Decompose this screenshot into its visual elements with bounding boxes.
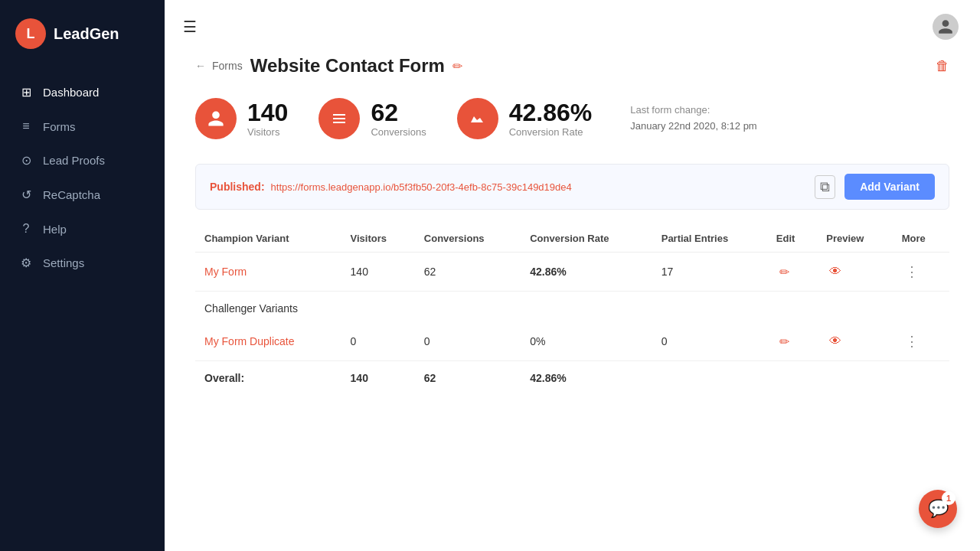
sidebar-item-lead-proofs[interactable]: ⊙ Lead Proofs bbox=[0, 143, 165, 178]
conversions-value: 62 bbox=[371, 99, 426, 126]
rate-icon bbox=[457, 98, 498, 139]
visitors-value: 140 bbox=[247, 99, 288, 126]
conversions-data: 62 Conversions bbox=[371, 99, 426, 138]
champion-link[interactable]: My Form bbox=[204, 266, 247, 278]
table-row: My Form Duplicate 0 0 0% 0 ✏ 👁 ⋮ bbox=[195, 322, 949, 361]
sidebar-item-settings[interactable]: ⚙ Settings bbox=[0, 246, 165, 280]
edit-title-icon[interactable]: ✏ bbox=[452, 59, 462, 73]
overall-row: Overall: 140 62 42.86% bbox=[195, 361, 949, 396]
challenger-section-row: Challenger Variants bbox=[195, 292, 949, 323]
col-more: More bbox=[893, 225, 949, 253]
sidebar-item-dashboard[interactable]: ⊞ Dashboard bbox=[0, 75, 165, 109]
stats-row: 140 Visitors 62 Conversions 42.86% bbox=[195, 98, 949, 139]
challenger-rate: 0% bbox=[521, 322, 652, 361]
topbar: ☰ bbox=[165, 0, 980, 47]
chat-badge: 1 bbox=[942, 491, 956, 505]
challenger-link[interactable]: My Form Duplicate bbox=[204, 335, 294, 347]
col-conversion-rate: Conversion Rate bbox=[521, 225, 652, 253]
rate-label: Conversion Rate bbox=[509, 126, 593, 138]
back-arrow[interactable]: ← bbox=[195, 60, 206, 72]
overall-visitors: 140 bbox=[341, 361, 415, 396]
rate-data: 42.86% Conversion Rate bbox=[509, 99, 593, 138]
challenger-more: ⋮ bbox=[893, 322, 949, 361]
challenger-visitors: 0 bbox=[341, 322, 415, 361]
col-partial-entries: Partial Entries bbox=[652, 225, 767, 253]
recaptcha-icon: ↺ bbox=[18, 187, 34, 202]
published-right: ⧉ Add Variant bbox=[815, 174, 935, 200]
user-avatar[interactable] bbox=[933, 14, 959, 40]
add-variant-button[interactable]: Add Variant bbox=[844, 174, 935, 200]
published-url[interactable]: https://forms.leadgenapp.io/b5f3fb50-20f… bbox=[271, 181, 572, 193]
delete-icon[interactable]: 🗑 bbox=[936, 58, 949, 74]
col-preview: Preview bbox=[817, 225, 893, 253]
champion-rate: 42.86% bbox=[521, 253, 652, 292]
visitors-icon bbox=[195, 98, 237, 139]
challenger-edit: ✏ bbox=[767, 322, 817, 361]
main-content: ☰ ← Forms Website Contact Form ✏ 🗑 bbox=[165, 0, 980, 551]
col-conversions: Conversions bbox=[415, 225, 521, 253]
last-change: Last form change: January 22nd 2020, 8:1… bbox=[630, 103, 757, 135]
stat-conversions: 62 Conversions bbox=[318, 98, 426, 139]
published-left: Published: https://forms.leadgenapp.io/b… bbox=[210, 181, 572, 193]
variants-table: Champion Variant Visitors Conversions Co… bbox=[195, 225, 949, 395]
col-champion-variant: Champion Variant bbox=[195, 225, 341, 253]
overall-label: Overall: bbox=[195, 361, 341, 396]
champion-more-icon[interactable]: ⋮ bbox=[905, 264, 919, 279]
logo-text: LeadGen bbox=[54, 25, 119, 43]
page-header: ← Forms Website Contact Form ✏ 🗑 bbox=[195, 55, 949, 77]
challenger-edit-icon[interactable]: ✏ bbox=[779, 335, 789, 348]
sidebar-item-label: Help bbox=[43, 223, 67, 236]
sidebar-item-recaptcha[interactable]: ↺ ReCaptcha bbox=[0, 178, 165, 212]
champion-preview-icon[interactable]: 👁 bbox=[829, 265, 841, 278]
stat-rate: 42.86% Conversion Rate bbox=[457, 98, 593, 139]
external-link-icon[interactable]: ⧉ bbox=[815, 175, 835, 199]
challenger-conversions: 0 bbox=[415, 322, 521, 361]
rate-value: 42.86% bbox=[509, 99, 593, 126]
champion-preview: 👁 bbox=[817, 253, 893, 292]
visitors-label: Visitors bbox=[247, 126, 288, 138]
page-title: Website Contact Form bbox=[250, 55, 445, 77]
forms-icon: ≡ bbox=[18, 119, 34, 133]
chat-bubble[interactable]: 💬 1 bbox=[919, 490, 957, 528]
champion-edit-icon[interactable]: ✏ bbox=[779, 266, 789, 279]
sidebar-item-forms[interactable]: ≡ Forms bbox=[0, 109, 165, 143]
conversions-icon bbox=[318, 98, 360, 139]
sidebar-item-help[interactable]: ? Help bbox=[0, 212, 165, 246]
sidebar-item-label: Forms bbox=[43, 120, 76, 133]
sidebar-logo[interactable]: L LeadGen bbox=[0, 0, 165, 67]
last-change-label: Last form change: bbox=[630, 103, 757, 119]
settings-icon: ⚙ bbox=[18, 256, 34, 270]
challenger-name: My Form Duplicate bbox=[195, 322, 341, 361]
challenger-preview: 👁 bbox=[817, 322, 893, 361]
visitors-data: 140 Visitors bbox=[247, 99, 288, 138]
breadcrumb-forms-link[interactable]: Forms bbox=[212, 60, 243, 72]
hamburger-menu[interactable]: ☰ bbox=[183, 18, 197, 36]
last-change-date: January 22nd 2020, 8:12 pm bbox=[630, 119, 757, 135]
sidebar-item-label: ReCaptcha bbox=[43, 188, 100, 201]
page-content: ← Forms Website Contact Form ✏ 🗑 140 Vis… bbox=[165, 47, 980, 551]
champion-more: ⋮ bbox=[893, 253, 949, 292]
breadcrumb: ← Forms bbox=[195, 60, 243, 72]
table-header-row: Champion Variant Visitors Conversions Co… bbox=[195, 225, 949, 253]
published-label: Published: bbox=[210, 181, 265, 193]
published-bar: Published: https://forms.leadgenapp.io/b… bbox=[195, 164, 949, 210]
sidebar-item-label: Settings bbox=[43, 256, 84, 269]
challenger-preview-icon[interactable]: 👁 bbox=[829, 334, 841, 347]
challenger-label: Challenger Variants bbox=[195, 292, 949, 323]
challenger-partial: 0 bbox=[652, 322, 767, 361]
logo-icon: L bbox=[15, 18, 46, 49]
sidebar: L LeadGen ⊞ Dashboard ≡ Forms ⊙ Lead Pro… bbox=[0, 0, 165, 551]
overall-rate: 42.86% bbox=[521, 361, 652, 396]
sidebar-item-label: Lead Proofs bbox=[43, 154, 105, 167]
stat-visitors: 140 Visitors bbox=[195, 98, 288, 139]
champion-edit: ✏ bbox=[767, 253, 817, 292]
champion-conversions: 62 bbox=[415, 253, 521, 292]
challenger-more-icon[interactable]: ⋮ bbox=[905, 334, 919, 349]
overall-conversions: 62 bbox=[415, 361, 521, 396]
col-edit: Edit bbox=[767, 225, 817, 253]
title-area: ← Forms Website Contact Form ✏ bbox=[195, 55, 462, 77]
table-row: My Form 140 62 42.86% 17 ✏ 👁 ⋮ bbox=[195, 253, 949, 292]
conversions-label: Conversions bbox=[371, 126, 426, 138]
dashboard-icon: ⊞ bbox=[18, 85, 34, 99]
sidebar-nav: ⊞ Dashboard ≡ Forms ⊙ Lead Proofs ↺ ReCa… bbox=[0, 67, 165, 551]
